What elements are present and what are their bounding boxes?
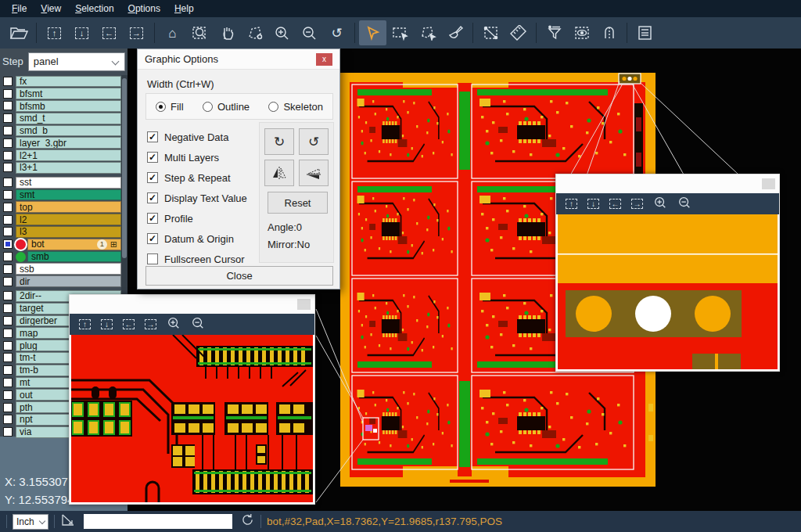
layer-color-bar[interactable]: smd_t (16, 113, 121, 124)
option-display-text-value[interactable]: ✓Display Text Value (147, 188, 247, 208)
rotate-ccw-button[interactable]: ↺ (299, 128, 329, 155)
layer-checkbox[interactable] (3, 264, 13, 274)
graphic-options-dialog[interactable]: Graphic Options x Width (Ctrl+W) FillOut… (137, 49, 340, 289)
layer-color-bar[interactable]: dir (16, 275, 121, 287)
measure-distance-icon[interactable] (477, 20, 505, 45)
layer-color-bar[interactable]: fx (16, 76, 121, 88)
checkbox-icon[interactable]: ✓ (147, 213, 158, 224)
layer-active-indicator[interactable] (16, 252, 26, 262)
close-button[interactable]: Close (145, 266, 333, 286)
nudge-up-icon[interactable]: ↑ (79, 319, 91, 329)
layer-row-top[interactable]: top (0, 201, 121, 214)
layer-checkbox[interactable] (3, 353, 13, 362)
radio-outline[interactable]: Outline (203, 101, 250, 113)
nudge-left-icon[interactable]: ← (123, 319, 135, 329)
step-select[interactable]: panel (28, 52, 125, 71)
zoom-in-icon[interactable] (653, 196, 667, 213)
layer-checkbox[interactable] (3, 316, 13, 325)
layer-checkbox[interactable] (3, 329, 13, 338)
select-polygon-icon[interactable] (414, 20, 441, 45)
layer-row-smd_t[interactable]: smd_t (0, 112, 121, 124)
home-view-icon[interactable]: ⌂ (159, 20, 186, 45)
radio-button-icon[interactable] (268, 102, 278, 112)
reset-button[interactable]: Reset (268, 192, 328, 214)
window-button[interactable] (297, 299, 311, 310)
option-datum-origin[interactable]: ✓Datum & Origin (147, 228, 247, 249)
zoom-polygon-icon[interactable] (241, 20, 268, 45)
layer-checkbox[interactable] (3, 190, 13, 200)
zoom-previous-icon[interactable]: ↺ (323, 20, 350, 45)
layer-color-bar[interactable]: l3 (16, 226, 121, 238)
u-turn-route-icon[interactable] (595, 20, 623, 45)
nudge-down-icon[interactable]: ↓ (101, 319, 113, 329)
refresh-icon[interactable] (240, 512, 255, 530)
window-button[interactable] (762, 178, 775, 189)
checkbox-icon[interactable]: ✓ (147, 233, 158, 244)
nudge-right-icon[interactable]: → (145, 319, 156, 329)
nudge-right-icon[interactable]: → (123, 20, 150, 45)
layer-checkbox[interactable] (3, 390, 13, 400)
layer-row-l3+1[interactable]: l3+1 (0, 162, 121, 174)
rotate-cw-button[interactable]: ↻ (264, 128, 294, 155)
menu-item-options[interactable]: Options (121, 1, 167, 16)
radio-fill[interactable]: Fill (156, 101, 184, 113)
checkbox-icon[interactable]: ✓ (147, 172, 158, 183)
layer-row-l3[interactable]: l3 (0, 226, 121, 239)
zoom-detail-left[interactable] (71, 335, 313, 502)
layer-checkbox[interactable] (3, 277, 13, 286)
layer-row-ssb[interactable]: ssb (0, 263, 121, 275)
layer-checkbox[interactable] (3, 341, 13, 350)
paint-brush-icon[interactable] (441, 20, 469, 45)
layer-checkbox[interactable] (3, 227, 13, 236)
radio-button-icon[interactable] (156, 102, 166, 112)
pan-hand-icon[interactable] (214, 20, 241, 45)
layer-row-smd_b[interactable]: smd_b (0, 124, 121, 137)
measure-ruler-icon[interactable] (505, 20, 532, 45)
layer-row-l2+1[interactable]: l2+1 (0, 149, 121, 162)
scrollbar-thumb[interactable] (122, 78, 127, 258)
layer-color-bar[interactable]: bot1⊞ (27, 239, 121, 250)
report-list-icon[interactable] (631, 20, 659, 45)
nudge-down-icon[interactable]: ↓ (587, 199, 599, 209)
checkbox-icon[interactable]: ✓ (147, 192, 158, 203)
unit-select[interactable]: Inch (13, 514, 48, 530)
layer-checkbox[interactable] (3, 163, 13, 172)
layer-row-smb[interactable]: smb (0, 250, 121, 263)
view-area-icon[interactable] (568, 20, 595, 45)
layer-color-bar[interactable]: l2 (16, 214, 121, 225)
layer-color-bar[interactable]: layer_3.gbr (16, 137, 121, 149)
radio-button-icon[interactable] (203, 102, 213, 112)
layer-color-bar[interactable]: l3+1 (16, 162, 121, 174)
menu-item-selection[interactable]: Selection (68, 1, 120, 16)
menu-item-help[interactable]: Help (167, 1, 201, 16)
layer-checkbox[interactable] (3, 151, 13, 160)
layer-row-bfsmb[interactable]: bfsmb (0, 100, 121, 113)
layer-checkbox[interactable] (3, 178, 13, 187)
zoom-window-icon[interactable] (186, 20, 214, 45)
measure-corner-icon[interactable] (60, 513, 76, 530)
option-step-repeat[interactable]: ✓Step & Repeat (147, 167, 247, 188)
layer-row-l2[interactable]: l2 (0, 214, 121, 226)
zoom-in-icon[interactable] (268, 20, 296, 45)
nudge-left-icon[interactable]: ← (95, 20, 123, 45)
radio-skeleton[interactable]: Skeleton (268, 101, 323, 113)
checkbox-icon[interactable]: ✓ (147, 152, 158, 163)
select-cursor-icon[interactable] (359, 20, 386, 45)
layer-color-bar[interactable]: bfsmt (16, 88, 121, 99)
open-folder-icon[interactable] (5, 20, 32, 45)
layer-active-indicator[interactable] (16, 239, 26, 250)
layer-checkbox[interactable] (3, 138, 13, 148)
layer-checkbox[interactable] (3, 101, 13, 110)
layer-color-bar[interactable]: sst (16, 177, 121, 189)
layer-checkbox[interactable] (3, 304, 13, 313)
layer-checkbox[interactable] (3, 89, 13, 99)
layer-color-bar[interactable]: smb (27, 251, 121, 263)
layer-row-layer_3.gbr[interactable]: layer_3.gbr (0, 137, 121, 149)
zoom-out-icon[interactable] (191, 316, 205, 333)
layer-row-fx[interactable]: fx (0, 75, 121, 88)
filter-icon[interactable] (541, 20, 568, 45)
dialog-titlebar[interactable]: Graphic Options x (138, 49, 339, 70)
layer-color-bar[interactable]: l2+1 (16, 149, 121, 161)
menu-item-file[interactable]: File (5, 1, 34, 16)
layer-checkbox[interactable] (3, 126, 13, 135)
